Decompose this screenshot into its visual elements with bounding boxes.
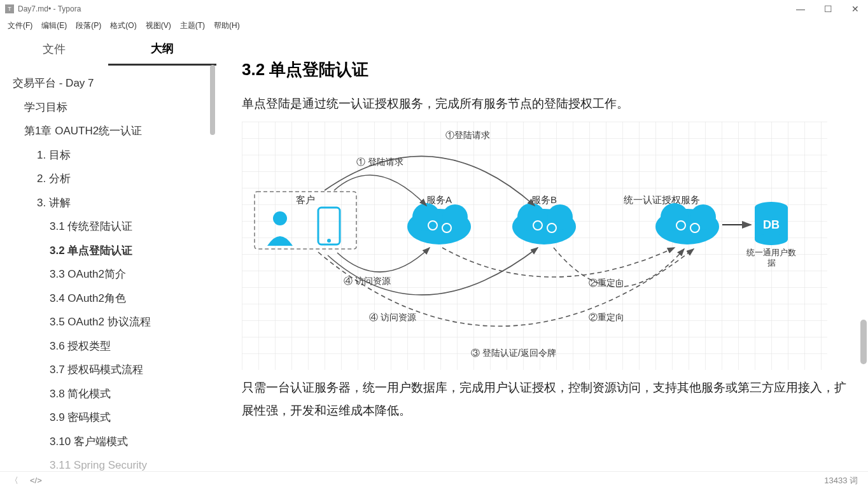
app-icon: T xyxy=(5,4,14,13)
outline-item[interactable]: 3.4 OAuth2角色 xyxy=(9,287,216,311)
svg-point-13 xyxy=(517,203,545,231)
window-close-button[interactable]: ✕ xyxy=(848,4,863,14)
menu-help[interactable]: 帮助(H) xyxy=(210,19,244,32)
svg-point-14 xyxy=(547,204,573,230)
window-title: Day7.md• - Typora xyxy=(18,4,792,13)
svg-text:DB: DB xyxy=(763,218,780,231)
svg-text:④ 访问资源: ④ 访问资源 xyxy=(369,312,416,322)
window-titlebar: T Day7.md• - Typora — ☐ ✕ xyxy=(0,0,868,18)
outline-panel[interactable]: 交易平台 - Day 7 学习目标 第1章 OAUTH2统一认证 1. 目标 2… xyxy=(0,65,216,471)
svg-text:①登陆请求: ①登陆请求 xyxy=(445,130,490,140)
svg-text:③ 登陆认证/返回令牌: ③ 登陆认证/返回令牌 xyxy=(471,348,556,358)
status-back-button[interactable]: 〈 xyxy=(10,475,18,486)
outline-item[interactable]: 1. 目标 xyxy=(9,143,216,167)
sidebar-scrollbar[interactable] xyxy=(210,65,215,135)
word-count[interactable]: 13433 词 xyxy=(824,475,858,486)
tab-files[interactable]: 文件 xyxy=(0,34,108,64)
status-source-toggle[interactable]: </> xyxy=(30,476,42,485)
diagram-client-label: 客户 xyxy=(296,194,315,205)
menu-paragraph[interactable]: 段落(P) xyxy=(72,19,105,32)
outline-item[interactable]: 3.6 授权类型 xyxy=(9,334,216,358)
svg-point-19 xyxy=(661,203,689,231)
svg-text:②重定向: ②重定向 xyxy=(589,312,624,322)
outline-item[interactable]: 3.1 传统登陆认证 xyxy=(9,215,216,239)
outline-item[interactable]: 3. 讲解 xyxy=(9,191,216,215)
menu-file[interactable]: 文件(F) xyxy=(4,19,36,32)
sidebar-tabs: 文件 大纲 xyxy=(0,33,216,65)
outline-item[interactable]: 3.8 简化模式 xyxy=(9,382,216,406)
editor-content[interactable]: 3.2 单点登陆认证 单点登陆是通过统一认证授权服务，完成所有服务节点的登陆授权… xyxy=(216,33,868,471)
paragraph: 单点登陆是通过统一认证授权服务，完成所有服务节点的登陆授权工作。 xyxy=(242,92,849,115)
svg-text:统一通用户数: 统一通用户数 xyxy=(746,248,796,257)
svg-text:据: 据 xyxy=(767,258,776,267)
outline-item[interactable]: 第1章 OAUTH2统一认证 xyxy=(9,119,216,143)
window-minimize-button[interactable]: — xyxy=(792,4,809,14)
outline-item[interactable]: 3.9 密码模式 xyxy=(9,406,216,430)
svg-point-26 xyxy=(755,234,788,245)
outline-item-active[interactable]: 3.2 单点登陆认证 xyxy=(9,239,216,263)
svg-point-8 xyxy=(442,204,468,230)
svg-text:服务B: 服务B xyxy=(531,194,557,205)
menu-bar: 文件(F) 编辑(E) 段落(P) 格式(O) 视图(V) 主题(T) 帮助(H… xyxy=(0,18,868,33)
sso-diagram: 客户 服务A 服务B xyxy=(242,122,827,370)
svg-rect-0 xyxy=(242,122,827,370)
svg-point-2 xyxy=(273,211,287,225)
svg-text:④ 访问资源: ④ 访问资源 xyxy=(344,276,391,286)
svg-text:统一认证授权服务: 统一认证授权服务 xyxy=(624,194,700,205)
outline-item[interactable]: 2. 分析 xyxy=(9,167,216,191)
heading-h2: 3.2 单点登陆认证 xyxy=(242,59,849,81)
outline-item[interactable]: 3.3 OAuth2简介 xyxy=(9,262,216,287)
svg-text:服务A: 服务A xyxy=(426,194,452,205)
svg-text:① 登陆请求: ① 登陆请求 xyxy=(356,157,403,167)
sidebar: 文件 大纲 交易平台 - Day 7 学习目标 第1章 OAUTH2统一认证 1… xyxy=(0,33,216,471)
content-scrollbar[interactable] xyxy=(860,320,867,364)
svg-point-20 xyxy=(690,204,716,230)
menu-theme[interactable]: 主题(T) xyxy=(176,19,209,32)
outline-item[interactable]: 3.7 授权码模式流程 xyxy=(9,358,216,382)
outline-item[interactable]: 3.5 OAuth2 协议流程 xyxy=(9,310,216,334)
menu-edit[interactable]: 编辑(E) xyxy=(38,19,71,32)
window-maximize-button[interactable]: ☐ xyxy=(820,4,836,14)
outline-item[interactable]: 学习目标 xyxy=(9,96,216,120)
svg-text:②重定向: ②重定向 xyxy=(589,278,624,288)
menu-format[interactable]: 格式(O) xyxy=(106,19,140,32)
tab-outline[interactable]: 大纲 xyxy=(108,33,216,66)
outline-item[interactable]: 3.11 Spring Security xyxy=(9,453,216,471)
svg-point-7 xyxy=(412,203,440,231)
status-bar: 〈 </> 13433 词 xyxy=(0,471,868,489)
paragraph: 只需一台认证服务器，统一用户数据库，完成用户认证授权，控制资源访问，支持其他服务… xyxy=(242,376,849,422)
svg-point-4 xyxy=(327,239,331,243)
outline-item[interactable]: 3.10 客户端模式 xyxy=(9,430,216,454)
menu-view[interactable]: 视图(V) xyxy=(142,19,175,32)
outline-item[interactable]: 交易平台 - Day 7 xyxy=(9,71,216,96)
